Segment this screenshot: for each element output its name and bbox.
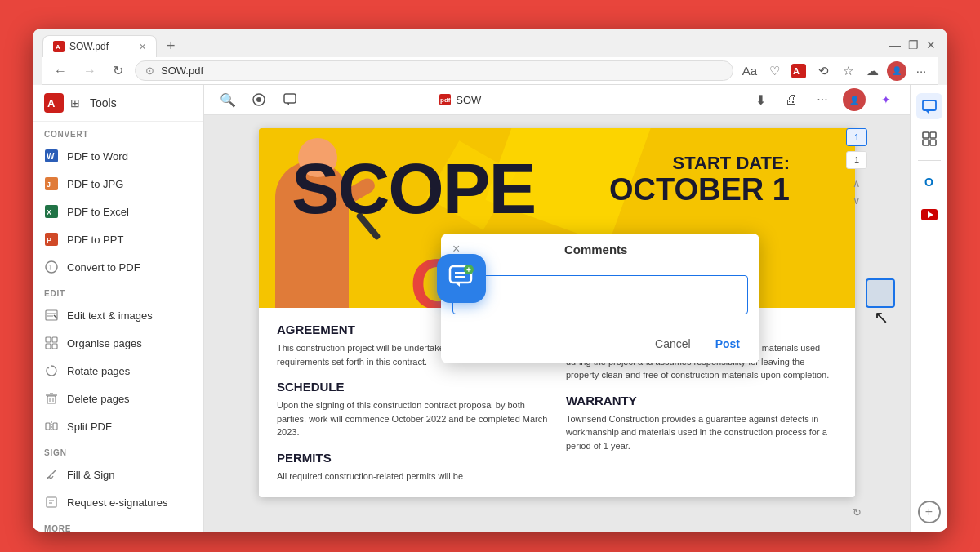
browser-chrome: A SOW.pdf ✕ + — ❐ ✕ ← → ↻ ⊙ SOW.pdf Aa [33,29,947,85]
start-date-box: START DATE: OCTOBER 1 [609,153,790,205]
read-aloud-icon[interactable]: Aa [740,61,760,81]
extensions-icon[interactable]: ⟲ [813,61,833,81]
comment-btn-icon: + [448,263,474,295]
print-toolbar-icon[interactable]: 🖨 [781,89,802,110]
svg-text:A: A [793,66,800,76]
svg-rect-23 [52,344,57,349]
sidebar-item-fill-sign[interactable]: Fill & Sign [33,461,203,488]
svg-text:J: J [47,180,51,189]
acrobat-user-avatar[interactable]: 👤 [843,88,866,111]
tab-bar: A SOW.pdf ✕ + — ❐ ✕ [42,35,938,57]
address-bar[interactable]: ⊙ SOW.pdf [135,60,733,81]
sidebar-item-edit-text[interactable]: Edit text & images [33,301,203,329]
tools-label[interactable]: Tools [90,96,117,109]
pdf-selection-box [866,278,895,308]
download-toolbar-icon[interactable]: ⬇ [750,89,771,110]
more-options-icon[interactable]: ··· [911,61,931,81]
permits-title: PERMITS [277,451,548,465]
right-panel-grid-icon[interactable] [916,126,942,152]
favorites-icon[interactable]: ♡ [764,61,784,81]
address-bar-row: ← → ↻ ⊙ SOW.pdf Aa ♡ A ⟲ ☆ ☁ 👤 ··· [42,57,938,85]
sidebar-item-organise-pages[interactable]: Organise pages [33,329,203,357]
acrobat-right-sidebar: O + [910,85,947,532]
right-panel-divider-1 [918,160,941,161]
tab-title: SOW.pdf [69,41,109,52]
sidebar-item-pdf-to-excel[interactable]: X PDF to Excel [33,198,203,225]
more-toolbar-icon[interactable]: ··· [812,89,833,110]
sidebar-item-convert-to-pdf[interactable]: ⤵ Convert to PDF [33,253,203,281]
delete-icon [44,391,59,406]
refresh-btn[interactable]: ↻ [108,61,128,80]
maximize-btn[interactable]: ❐ [906,38,920,51]
star-icon[interactable]: ☆ [838,61,858,81]
svg-point-38 [256,97,261,102]
right-panel-comment-icon[interactable] [916,93,942,119]
acrobat-ext-icon[interactable]: A [789,61,808,81]
svg-text:+: + [466,265,471,274]
search-toolbar-icon[interactable]: 🔍 [217,89,238,110]
acrobat-logo: A [44,93,64,113]
convert-section-title: CONVERT [33,122,203,142]
forward-btn[interactable]: → [78,62,101,80]
svg-text:A: A [47,97,56,109]
right-panel-outlook-icon[interactable]: O [916,169,942,195]
sidebar-item-pdf-to-jpg[interactable]: J PDF to JPG [33,170,203,198]
comments-cancel-btn[interactable]: Cancel [647,334,699,354]
floating-comment-btn[interactable]: + [437,254,486,303]
minimize-btn[interactable]: — [889,38,902,51]
scope-heading: SCOPE [292,153,535,225]
tab-favicon: A [53,41,65,52]
right-panel-add-btn[interactable]: + [918,501,941,523]
comment-toolbar-icon[interactable] [279,89,301,110]
grid-icon: ⊞ [70,96,80,109]
audio-toolbar-icon[interactable] [248,89,270,110]
comments-actions: Cancel Post [441,327,760,363]
close-btn[interactable]: ✕ [924,38,938,51]
excel-icon: X [44,204,59,219]
comments-dialog[interactable]: × Comments Cancel Post [441,234,760,363]
sidebar-item-split-pdf[interactable]: Split PDF [33,412,203,440]
address-text: SOW.pdf [161,65,203,77]
pdf-to-ppt-label: PDF to PPT [67,234,123,246]
sidebar-item-pdf-to-word[interactable]: W PDF to Word [33,142,203,170]
pdf-scroll-area[interactable]: SCOPE OF START DATE: OCTOBER 1 [204,115,910,532]
svg-text:P: P [47,236,51,244]
back-btn[interactable]: ← [49,62,72,80]
esign-icon [44,495,59,510]
ppt-icon: P [44,232,59,247]
svg-text:X: X [47,208,51,216]
sidebar-item-delete-pages[interactable]: Delete pages [33,385,203,412]
svg-rect-54 [930,140,936,145]
sidebar-item-pdf-to-ppt[interactable]: P PDF to PPT [33,225,203,253]
rotate-icon [44,363,59,378]
sidebar-item-request-esignatures[interactable]: Request e-signatures [33,488,203,516]
svg-rect-22 [46,344,51,349]
user-avatar[interactable]: 👤 [887,61,906,81]
permits-text: All required construction-related permit… [277,470,548,483]
ai-icon[interactable]: ✦ [875,89,897,110]
svg-rect-49 [923,100,936,110]
svg-marker-44 [455,283,460,287]
schedule-title: SCHEDULE [277,380,548,394]
comments-post-btn[interactable]: Post [707,334,748,354]
new-tab-btn[interactable]: + [160,38,182,55]
more-section-title: MORE [33,516,203,532]
cursor-arrow: ↖ [874,307,889,328]
collections-icon[interactable]: ☁ [862,61,882,81]
fill-sign-label: Fill & Sign [67,469,115,481]
svg-rect-51 [923,132,929,138]
split-icon [44,419,59,434]
start-date-value: OCTOBER 1 [609,174,790,205]
svg-text:A: A [56,43,60,51]
sidebar-item-rotate-pages[interactable]: Rotate pages [33,357,203,385]
browser-tab-sow[interactable]: A SOW.pdf ✕ [42,35,157,57]
sign-section-title: SIGN [33,440,203,461]
svg-marker-40 [287,103,289,105]
edit-text-label: Edit text & images [67,309,153,322]
tab-close-btn[interactable]: ✕ [139,42,146,52]
svg-text:W: W [47,152,55,161]
jpg-icon: J [44,176,59,191]
comments-dialog-header: × Comments [441,234,760,265]
comments-input-field[interactable] [452,275,748,314]
right-panel-youtube-icon[interactable] [916,202,942,228]
